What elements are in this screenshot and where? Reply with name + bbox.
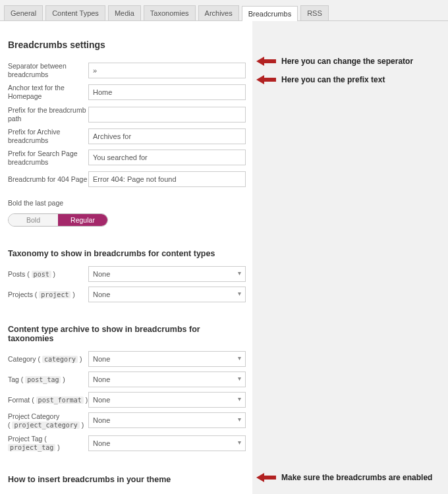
cta-section-heading: Content type archive to show in breadcru… [8, 325, 246, 343]
panel-heading: Breadcrumbs settings [8, 40, 246, 50]
tab-archives[interactable]: Archives [198, 5, 239, 20]
arrow-left-icon [256, 473, 276, 482]
tab-rss[interactable]: RSS [300, 5, 329, 20]
prefix-path-label: Prefix for the breadcrumb path [8, 106, 88, 123]
tag-select[interactable]: None [88, 371, 246, 387]
tab-taxonomies[interactable]: Taxonomies [144, 5, 196, 20]
insert-section-heading: How to insert breadcrumbs in your theme [8, 475, 246, 484]
tab-media[interactable]: Media [108, 5, 141, 20]
separator-label: Separator between breadcrumbs [8, 62, 88, 79]
arrow-left-icon [256, 57, 276, 66]
category-label: Category ( category ) [8, 355, 88, 364]
prefix-search-input[interactable] [88, 150, 246, 165]
bold-option[interactable]: Bold [9, 214, 58, 226]
crumb-404-label: Breadcrumb for 404 Page [8, 175, 88, 184]
svg-marker-2 [256, 473, 276, 482]
category-select[interactable]: None [88, 351, 246, 367]
bold-last-toggle: Bold Regular [8, 213, 108, 227]
svg-marker-0 [256, 57, 276, 66]
proj-tag-label: Project Tag ( project_tag ) [8, 435, 88, 453]
anchor-label: Anchor text for the Homepage [8, 84, 88, 101]
arrow-left-icon [256, 75, 276, 84]
tab-general[interactable]: General [4, 5, 43, 20]
svg-marker-1 [256, 75, 276, 84]
settings-tabs: General Content Types Media Taxonomies A… [0, 0, 448, 21]
proj-tag-select[interactable]: None [88, 435, 246, 451]
crumb-404-input[interactable] [88, 171, 246, 187]
proj-cat-label: Project Category ( project_category ) [8, 412, 88, 430]
bold-last-label: Bold the last page [8, 199, 246, 207]
prefix-search-label: Prefix for Search Page breadcrumbs [8, 150, 88, 167]
annot-enable: Make sure the breadcrumbs are enabled [256, 473, 432, 482]
prefix-path-input[interactable] [88, 107, 246, 123]
tab-content-types[interactable]: Content Types [45, 5, 105, 20]
prefix-archive-label: Prefix for Archive breadcrumbs [8, 128, 88, 145]
format-select[interactable]: None [88, 392, 246, 408]
format-label: Format ( post_format ) [8, 396, 88, 405]
breadcrumbs-panel: Breadcrumbs settings Separator between b… [0, 21, 252, 494]
tab-breadcrumbs[interactable]: Breadcrumbs [242, 6, 298, 21]
insert-para-1: Usage of this breadcrumbs feature is exp… [8, 492, 246, 495]
annot-prefix: Here you can the prefix text [256, 75, 385, 84]
posts-label: Posts ( post ) [8, 270, 88, 279]
anchor-input[interactable] [88, 84, 246, 100]
prefix-archive-input[interactable] [88, 128, 246, 144]
regular-option[interactable]: Regular [58, 214, 107, 226]
projects-select[interactable]: None [88, 287, 246, 302]
posts-select[interactable]: None [88, 266, 246, 282]
proj-cat-select[interactable]: None [88, 412, 246, 428]
tag-label: Tag ( post_tag ) [8, 375, 88, 385]
annot-separator: Here you can change the seperator [256, 57, 413, 66]
annotation-area: Here you can change the seperator Here y… [252, 21, 448, 34]
projects-label: Projects ( project ) [8, 290, 88, 300]
separator-input[interactable] [88, 63, 246, 78]
taxonomy-section-heading: Taxonomy to show in breadcrumbs for cont… [8, 249, 246, 258]
